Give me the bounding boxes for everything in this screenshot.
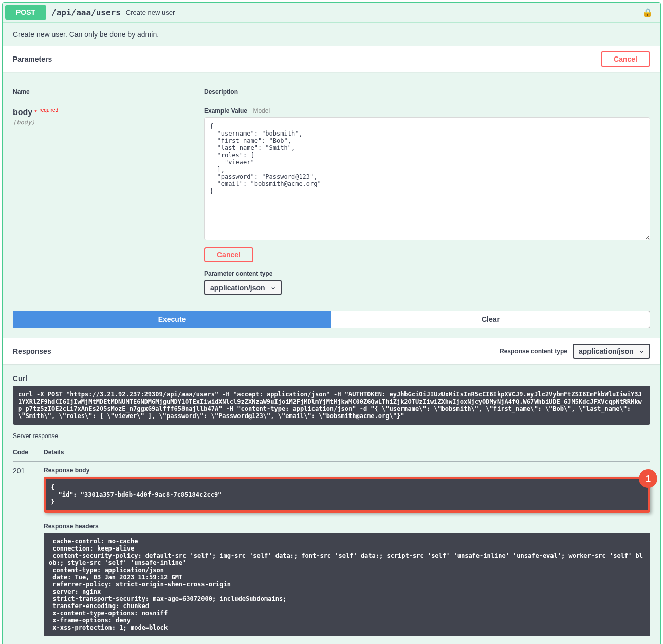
col-code: Code (13, 444, 44, 462)
response-headers: cache-control: no-cache connection: keep… (44, 533, 650, 636)
tab-example-value[interactable]: Example Value (204, 107, 247, 115)
body-textarea[interactable] (204, 117, 650, 240)
execute-button[interactable]: Execute (13, 311, 331, 328)
parameters-table: Name Description body * required (body) (13, 82, 650, 300)
required-star: * (34, 108, 37, 117)
clear-button[interactable]: Clear (331, 311, 650, 328)
required-label: required (39, 107, 58, 113)
col-description: Description (204, 82, 650, 102)
responses-section: Curl curl -X POST "https://3.21.92.237:2… (3, 364, 660, 644)
operation-summary[interactable]: POST /api/aaa/users Create new user 🔒 (3, 3, 660, 22)
response-body: { "id": "3301a357-bd6b-4d0f-9ac8-7c85184… (46, 479, 648, 510)
endpoint-path: /api/aaa/users (51, 8, 121, 17)
curl-command: curl -X POST "https://3.21.92.237:29309/… (13, 386, 650, 425)
parameters-title: Parameters (13, 55, 52, 63)
callout-badge: 1 (639, 469, 657, 488)
server-response-title: Server response (13, 432, 650, 440)
parameters-section: Name Description body * required (body) (3, 72, 660, 311)
response-content-type-select[interactable]: application/json (573, 344, 650, 359)
col-name: Name (13, 82, 204, 102)
responses-header: Responses Response content type applicat… (3, 338, 660, 364)
param-name: body (13, 108, 32, 117)
response-body-label: Response body (44, 467, 650, 474)
param-content-type-select[interactable]: application/json (204, 280, 282, 295)
responses-title: Responses (13, 347, 51, 355)
curl-title: Curl (13, 374, 650, 383)
response-headers-label: Response headers (44, 523, 650, 530)
col-details: Details (44, 444, 650, 462)
http-method-badge: POST (5, 5, 46, 20)
operation-description: Create new user. Can only be done by adm… (3, 23, 660, 46)
response-row: 201 Response body 1 { "id": "3301a357-bd… (13, 462, 650, 642)
operation-block: POST /api/aaa/users Create new user 🔒 Cr… (2, 2, 661, 644)
param-content-type-label: Parameter content type (204, 270, 650, 277)
operation-body: Create new user. Can only be done by adm… (3, 22, 660, 644)
try-it-cancel-button[interactable]: Cancel (601, 51, 650, 67)
param-cancel-button[interactable]: Cancel (204, 247, 253, 262)
execute-row: Execute Clear (3, 311, 660, 338)
param-in: (body) (13, 119, 204, 126)
response-code: 201 (13, 462, 44, 642)
parameter-row: body * required (body) Example Value Mod… (13, 102, 650, 301)
lock-icon[interactable]: 🔒 (642, 8, 653, 17)
parameters-header: Parameters Cancel (3, 46, 660, 72)
endpoint-summary: Create new user (126, 9, 642, 16)
tab-model[interactable]: Model (253, 107, 270, 115)
response-table: Code Details 201 Response body 1 { "id":… (13, 444, 650, 641)
highlight-annotation: 1 { "id": "3301a357-bd6b-4d0f-9ac8-7c851… (44, 477, 650, 513)
response-content-type-label: Response content type (500, 348, 567, 355)
example-tabs: Example Value Model (204, 107, 650, 115)
